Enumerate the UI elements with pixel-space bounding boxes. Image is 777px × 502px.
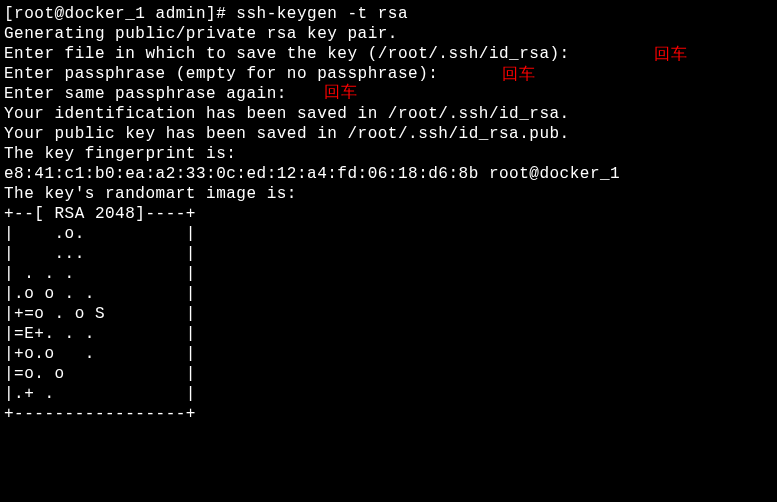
randomart-line: +--[ RSA 2048]----+	[4, 204, 773, 224]
output-line: Enter same passphrase again: 回车	[4, 84, 773, 104]
output-line: The key fingerprint is:	[4, 144, 773, 164]
command-text: ssh-keygen -t rsa	[236, 5, 408, 23]
enter-annotation: 回车	[324, 82, 357, 102]
randomart-line: |.+ . |	[4, 384, 773, 404]
output-line: The key's randomart image is:	[4, 184, 773, 204]
line-text: Enter passphrase (empty for no passphras…	[4, 65, 459, 83]
output-line: Your public key has been saved in /root/…	[4, 124, 773, 144]
prompt: [root@docker_1 admin]#	[4, 5, 236, 23]
line-text: Enter same passphrase again:	[4, 85, 307, 103]
output-line: e8:41:c1:b0:ea:a2:33:0c:ed:12:a4:fd:06:1…	[4, 164, 773, 184]
randomart-line: | .o. |	[4, 224, 773, 244]
enter-annotation: 回车	[502, 64, 535, 84]
randomart-line: | ... |	[4, 244, 773, 264]
output-line: Generating public/private rsa key pair.	[4, 24, 773, 44]
enter-annotation: 回车	[654, 44, 687, 64]
randomart-line: | . . . |	[4, 264, 773, 284]
output-line: Your identification has been saved in /r…	[4, 104, 773, 124]
command-line[interactable]: [root@docker_1 admin]# ssh-keygen -t rsa	[4, 4, 773, 24]
randomart-line: |+=o . o S |	[4, 304, 773, 324]
randomart-line: |=E+. . . |	[4, 324, 773, 344]
line-text: Enter file in which to save the key (/ro…	[4, 45, 590, 63]
randomart-line: +-----------------+	[4, 404, 773, 424]
randomart-line: |.o o . . |	[4, 284, 773, 304]
output-line: Enter file in which to save the key (/ro…	[4, 44, 773, 64]
randomart-line: |=o. o |	[4, 364, 773, 384]
output-line: Enter passphrase (empty for no passphras…	[4, 64, 773, 84]
randomart-line: |+o.o . |	[4, 344, 773, 364]
